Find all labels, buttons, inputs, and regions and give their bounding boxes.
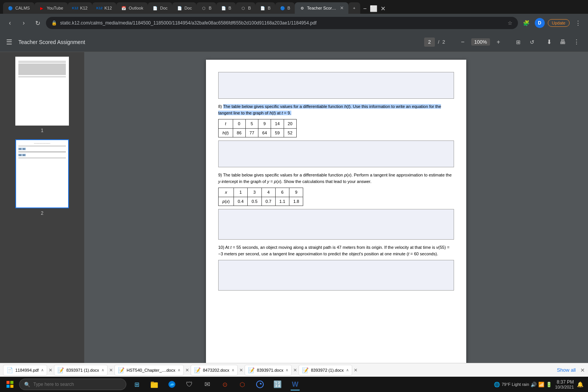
taskbar-security[interactable]: 🛡 <box>181 377 198 391</box>
tab-outlook[interactable]: 📅Outlook <box>116 2 148 14</box>
q8-val-77: 77 <box>245 128 258 137</box>
taskbar-mail[interactable]: ✉ <box>199 377 215 391</box>
download-item-6[interactable]: 📝 8393972 (1).docx ∧ <box>299 365 352 376</box>
url-text: static.k12.com/calms_media/media/1184500… <box>60 20 505 26</box>
tab-teacher-scored[interactable]: ⚙Teacher Scored...✕ <box>295 2 348 14</box>
download-item-1[interactable]: 📄 1184994.pdf ∧ <box>3 365 47 376</box>
answer-box-q10 <box>218 260 454 291</box>
zoom-out-button[interactable]: − <box>457 37 468 47</box>
tab-favicon-11: 📄 <box>260 5 265 11</box>
taskbar-google[interactable] <box>252 377 268 391</box>
tab-b4[interactable]: 📄B <box>255 2 275 14</box>
download-item-name-1: 1184994.pdf <box>15 368 39 372</box>
pdf-main: 1 ─────────────── ▦ ▦ <box>0 52 588 363</box>
refresh-button[interactable]: ↻ <box>32 18 43 28</box>
thumbnail-page-1[interactable]: 1 <box>5 57 80 133</box>
docx-icon-5: 📝 <box>248 367 255 373</box>
download-chevron-icon-5: ∧ <box>286 368 288 372</box>
q9-col-x: x <box>219 188 234 197</box>
download-chevron-icon-6: ∧ <box>346 368 349 372</box>
minimize-icon[interactable]: − <box>363 5 367 12</box>
tab-doc2[interactable]: 📄Doc <box>172 2 197 14</box>
taskbar-file-explorer[interactable] <box>146 377 162 391</box>
pdf-page: 8) The table below gives specific values… <box>206 60 466 363</box>
taskbar-word[interactable]: W <box>287 377 303 391</box>
taskbar-task-view[interactable]: ⊞ <box>129 377 145 391</box>
thumb-image-2: ─────────────── ▦ ▦ <box>15 139 69 208</box>
show-all-button[interactable]: Show all <box>554 366 579 374</box>
download-close-2[interactable]: ✕ <box>109 368 113 373</box>
tab-new[interactable]: + <box>348 2 360 14</box>
pdf-content-wrapper[interactable]: 8) The table below gives specific values… <box>84 52 588 363</box>
restore-icon[interactable]: ⬜ <box>370 5 377 12</box>
forward-button[interactable]: › <box>18 18 29 28</box>
download-pdf-button[interactable]: ⬇ <box>544 37 554 47</box>
notification-icon[interactable]: 🔔 <box>577 381 583 387</box>
tab-close-icon[interactable]: ✕ <box>340 5 344 11</box>
svg-rect-6 <box>151 382 154 383</box>
taskbar-search-bar[interactable]: 🔍 <box>19 379 126 390</box>
user-avatar[interactable]: D <box>535 18 545 28</box>
q8-col-t: t <box>219 119 233 129</box>
download-close-3[interactable]: ✕ <box>185 368 189 373</box>
lock-icon: 🔒 <box>51 20 57 26</box>
docx-icon-4: 📝 <box>194 367 201 373</box>
q8-col-20: 20 <box>284 119 296 129</box>
tab-yt[interactable]: ▶YouTube <box>34 2 68 14</box>
taskbar-time-date[interactable]: 8:37 PM 10/3/2021 <box>555 379 574 389</box>
download-item-3[interactable]: 📝 HST540_Chapter_....docx ∧ <box>114 365 184 376</box>
sidebar-toggle-icon[interactable]: ☰ <box>6 38 12 46</box>
q9-col-3: 3 <box>248 188 261 197</box>
download-item-name-3: HST540_Chapter_....docx <box>127 368 175 372</box>
tab-calms[interactable]: 🔵CALMS <box>3 2 34 14</box>
tab-b3[interactable]: ⬡B <box>236 2 255 14</box>
start-button[interactable] <box>2 377 18 391</box>
update-button[interactable]: Update <box>548 19 570 27</box>
taskbar-edge[interactable] <box>164 377 180 391</box>
wifi-icon[interactable]: 📶 <box>538 382 544 387</box>
download-item-name-2: 8393971 (1).docx <box>66 368 99 372</box>
rotate-button[interactable]: ↺ <box>527 37 537 47</box>
taskbar-calculator[interactable]: 🔢 <box>270 377 286 391</box>
tab-k12-1[interactable]: K12K12 <box>68 2 92 14</box>
address-bar[interactable]: 🔒 static.k12.com/calms_media/media/11845… <box>46 17 518 29</box>
download-item-2[interactable]: 📝 8393971 (1).docx ∧ <box>54 365 108 376</box>
zoom-in-button[interactable]: + <box>493 37 504 47</box>
print-button[interactable]: 🖶 <box>557 37 568 47</box>
download-item-4[interactable]: 📝 8473202.docx ∧ <box>191 365 238 376</box>
q8-val-64: 64 <box>258 128 271 137</box>
taskbar-search-input[interactable] <box>33 382 121 387</box>
tab-b1[interactable]: ⬡B <box>196 2 216 14</box>
download-close-6[interactable]: ✕ <box>354 368 358 373</box>
date-display: 10/3/2021 <box>555 385 574 389</box>
volume-icon[interactable]: 🔊 <box>531 382 537 387</box>
close-icon[interactable]: ✕ <box>381 5 385 12</box>
thumbnail-page-2[interactable]: ─────────────── ▦ ▦ <box>5 139 80 216</box>
network-icon[interactable]: 🌐 <box>494 382 500 387</box>
taskbar-office2[interactable]: ⬡ <box>234 377 250 391</box>
download-bar-close-icon[interactable]: ✕ <box>580 367 585 373</box>
q8-val-52: 52 <box>284 128 296 137</box>
battery-icon[interactable]: 🔋 <box>546 382 552 387</box>
q9-val-05: 0.5 <box>248 197 261 206</box>
download-close-1[interactable]: ✕ <box>49 368 52 373</box>
tab-b5[interactable]: 🔵B <box>275 2 295 14</box>
download-close-5[interactable]: ✕ <box>293 368 297 373</box>
fit-page-button[interactable]: ⊞ <box>513 37 524 47</box>
download-item-name-5: 8393971.docx <box>257 368 283 372</box>
answer-box-q9 <box>218 209 454 240</box>
download-chevron-icon-3: ∧ <box>178 368 180 372</box>
tab-doc1[interactable]: 📄Doc <box>148 2 172 14</box>
star-icon[interactable]: ☆ <box>508 20 513 26</box>
menu-button[interactable]: ⋮ <box>573 18 583 28</box>
tab-b2[interactable]: 📄B <box>216 2 236 14</box>
q8-highlight: The table below gives specific values fo… <box>218 104 441 115</box>
taskbar-office[interactable]: ⊙ <box>217 377 233 391</box>
tab-k12-2[interactable]: K12K12 <box>92 2 117 14</box>
extensions-button[interactable]: 🧩 <box>521 18 532 28</box>
download-close-4[interactable]: ✕ <box>239 368 243 373</box>
download-item-5[interactable]: 📝 8393971.docx ∧ <box>245 365 292 376</box>
page-number-input[interactable] <box>424 38 435 47</box>
back-button[interactable]: ‹ <box>5 18 15 28</box>
more-options-button[interactable]: ⋮ <box>571 37 582 47</box>
